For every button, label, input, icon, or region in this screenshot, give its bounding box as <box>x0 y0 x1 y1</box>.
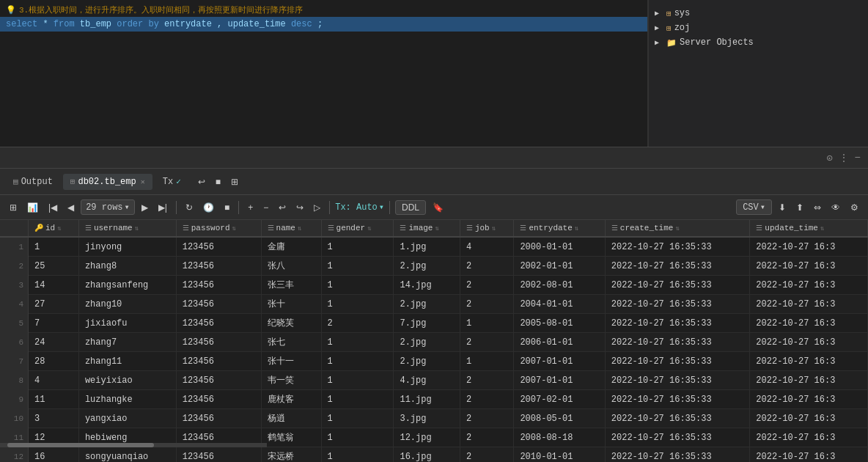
first-page-button[interactable]: |◀ <box>45 200 61 215</box>
cell-name: 张七 <box>261 333 321 352</box>
cell-password: 123456 <box>176 295 261 314</box>
table-row[interactable]: 5 7 jixiaofu 123456 纪晓芙 2 7.jpg 1 2005-0… <box>0 314 868 333</box>
table-row[interactable]: 8 4 weiyixiao 123456 韦一笑 1 4.jpg 2 2007-… <box>0 371 868 390</box>
row-number: 3 <box>0 276 29 295</box>
col-header-update-time: ☰ update_time ⇅ <box>750 220 868 237</box>
apply-button[interactable]: ▷ <box>310 200 324 215</box>
table-row[interactable]: 4 27 zhang10 123456 张十 1 2.jpg 2 2004-01… <box>0 295 868 314</box>
sort-icon-username: ⇅ <box>135 224 139 232</box>
sql-editor-line[interactable]: select * from tb_emp order by entrydate … <box>0 17 647 32</box>
redo-change-button[interactable]: ↪ <box>293 200 307 215</box>
minimize-icon[interactable]: − <box>855 152 861 164</box>
cell-create-time: 2022-10-27 16:35:33 <box>605 257 750 276</box>
cell-image: 7.jpg <box>394 314 460 333</box>
cell-id: 14 <box>29 276 79 295</box>
cell-password: 123456 <box>176 390 261 409</box>
col-image-label: image <box>408 224 433 232</box>
table-row[interactable]: 12 16 songyuanqiao 123456 宋远桥 1 16.jpg 2… <box>0 447 868 463</box>
row-number: 8 <box>0 371 29 390</box>
csv-dropdown[interactable]: CSV ▾ <box>736 199 772 215</box>
grid-button[interactable]: ⊞ <box>227 175 242 189</box>
cell-username: zhangsanfeng <box>78 276 176 295</box>
refresh-button[interactable]: ↻ <box>182 200 196 215</box>
undo-change-button[interactable]: ↩ <box>275 200 290 215</box>
chart-button[interactable]: 📊 <box>23 200 42 215</box>
cell-id: 24 <box>29 333 79 352</box>
col-header-password: ☰ password ⇅ <box>176 220 261 237</box>
tx-label: Tx: Auto <box>335 202 378 213</box>
cell-job: 2 <box>460 257 514 276</box>
sort-icon-create-time: ⇅ <box>675 224 679 232</box>
cell-entrydate: 2006-01-01 <box>514 333 605 352</box>
tab-db02-tb-emp[interactable]: ⊞ db02.tb_emp ✕ <box>63 174 152 190</box>
tab-tx[interactable]: Tx ✓ <box>155 174 188 190</box>
col-icon-username: ☰ <box>85 224 92 232</box>
bookmark-button[interactable]: 🔖 <box>429 200 447 215</box>
tab-output[interactable]: ▤ Output <box>6 174 60 190</box>
col-gender-label: gender <box>336 224 366 232</box>
cell-name: 纪晓芙 <box>261 314 321 333</box>
table-row[interactable]: 1 1 jinyong 123456 金庸 1 1.jpg 4 2000-01-… <box>0 237 868 257</box>
table-row[interactable]: 3 14 zhangsanfeng 123456 张三丰 1 14.jpg 2 … <box>0 276 868 295</box>
prev-page-button[interactable]: ◀ <box>64 200 78 215</box>
cell-update-time: 2022-10-27 16:3 <box>750 257 868 276</box>
delete-row-button[interactable]: − <box>260 200 272 215</box>
tree-item-server-objects[interactable]: ▶ 📁 Server Objects <box>649 35 868 50</box>
cell-update-time: 2022-10-27 16:3 <box>750 371 868 390</box>
cell-image: 2.jpg <box>394 352 460 371</box>
table-row[interactable]: 2 25 zhang8 123456 张八 1 2.jpg 2 2002-01-… <box>0 257 868 276</box>
table-row[interactable]: 6 24 zhang7 123456 张七 1 2.jpg 2 2006-01-… <box>0 333 868 352</box>
cell-id: 25 <box>29 257 79 276</box>
cell-username: zhang7 <box>78 333 176 352</box>
cell-entrydate: 2005-08-01 <box>514 314 605 333</box>
refresh-icon[interactable]: ⊙ <box>826 152 832 164</box>
table-row[interactable]: 9 11 luzhangke 123456 鹿杖客 1 11.jpg 2 200… <box>0 390 868 409</box>
cell-gender: 1 <box>321 237 394 257</box>
cell-job: 2 <box>460 371 514 390</box>
preview-button[interactable]: 👁 <box>828 200 844 215</box>
last-page-button[interactable]: ▶| <box>155 200 171 215</box>
cell-create-time: 2022-10-27 16:35:33 <box>605 352 750 371</box>
tab-close-button[interactable]: ✕ <box>141 177 145 186</box>
upload-button[interactable]: ⬆ <box>792 200 807 215</box>
stop-query-button[interactable]: ■ <box>221 200 233 215</box>
expand-button[interactable]: ⇔ <box>810 200 825 215</box>
table-body: 1 1 jinyong 123456 金庸 1 1.jpg 4 2000-01-… <box>0 237 868 462</box>
expand-arrow-zoj: ▶ <box>655 23 663 32</box>
tab-extra-buttons: ↩ ■ ⊞ <box>194 175 242 189</box>
tree-item-sys[interactable]: ▶ ⊞ sys <box>649 6 868 21</box>
cell-gender: 1 <box>321 390 394 409</box>
cell-gender: 1 <box>321 428 394 447</box>
ddl-button[interactable]: DDL <box>395 200 426 215</box>
cell-gender: 1 <box>321 352 394 371</box>
cell-gender: 1 <box>321 276 394 295</box>
cell-image: 16.jpg <box>394 447 460 463</box>
cell-entrydate: 2010-01-01 <box>514 447 605 463</box>
cell-id: 27 <box>29 295 79 314</box>
sort-icon-id: ⇅ <box>57 224 61 232</box>
add-row-button[interactable]: + <box>244 200 257 215</box>
cell-password: 123456 <box>176 257 261 276</box>
cell-username: yangxiao <box>78 409 176 428</box>
col-id-label: id <box>45 224 55 232</box>
settings-button[interactable]: ⚙ <box>847 200 862 215</box>
row-number: 4 <box>0 295 29 314</box>
table-row[interactable]: 7 28 zhang11 123456 张十一 1 2.jpg 1 2007-0… <box>0 352 868 371</box>
col-icon-entrydate: ☰ <box>520 224 526 232</box>
grid-view-button[interactable]: ⊞ <box>6 200 21 215</box>
results-table-container[interactable]: 🔑 id ⇅ ☰ username ⇅ <box>0 220 868 462</box>
cell-image: 4.jpg <box>394 371 460 390</box>
col-create-time-label: create_time <box>620 224 674 232</box>
stop-button[interactable]: ■ <box>212 175 224 189</box>
cell-job: 2 <box>460 390 514 409</box>
next-page-button[interactable]: ▶ <box>138 200 152 215</box>
undo-button[interactable]: ↩ <box>194 175 209 189</box>
cell-username: luzhangke <box>78 390 176 409</box>
tree-item-zoj[interactable]: ▶ ⊞ zoj <box>649 21 868 35</box>
download-button[interactable]: ⬇ <box>775 200 790 215</box>
more-icon[interactable]: ⋮ <box>839 152 849 164</box>
rows-dropdown[interactable]: 29 rows ▾ <box>81 199 135 215</box>
history-button[interactable]: 🕐 <box>199 200 218 215</box>
cell-create-time: 2022-10-27 16:35:33 <box>605 409 750 428</box>
table-row[interactable]: 10 3 yangxiao 123456 杨逍 1 3.jpg 2 2008-0… <box>0 409 868 428</box>
